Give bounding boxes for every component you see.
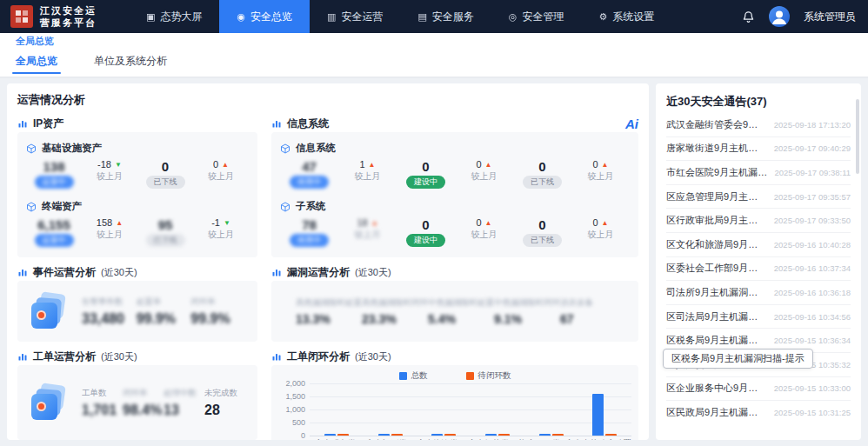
bar-chart-icon	[17, 351, 28, 362]
y-tick-label: 500	[292, 419, 305, 427]
announcement-item[interactable]: 区行政审批局9月主机漏洞扫描和WEB...2025-09-17 09:33:50	[666, 209, 851, 233]
info-systems-card: 信息系统47使用中1▲较上月0建设中0▲较上月0已下线0▲较上月子系统78使用中…	[271, 132, 638, 257]
breadcrumb[interactable]: 全局总览	[16, 35, 54, 48]
nav-item-态势大屏[interactable]: ▣态势大屏	[129, 0, 219, 33]
tab-单位及系统分析[interactable]: 单位及系统分析	[90, 49, 170, 77]
ai-logo[interactable]: Ai	[625, 116, 638, 131]
stat-sub-label: 较上月	[355, 172, 381, 181]
stat-sub-label: 较上月	[208, 230, 234, 239]
main-nav: ▣态势大屏◉安全总览▥安全运营▤安全服务◎安全管理⚙系统设置	[129, 0, 671, 33]
card-title: 信息系统	[287, 116, 329, 131]
arrow-down-icon: ▼	[224, 220, 230, 227]
arrow-up-icon: ▲	[485, 162, 492, 169]
ticket-loop-chart: 总数待闭环数 05001,0001,5002,000 安全服务类安全评测类安全咨…	[271, 365, 638, 440]
announcement-item[interactable]: 区企业服务中心9月主机漏洞扫描-提示2025-09-15 10:33:00	[666, 377, 851, 402]
announcement-item[interactable]: 区民政局9月主机漏洞扫描-提示2025-09-15 10:31:25	[666, 401, 851, 425]
nav-item-安全管理[interactable]: ◎安全管理	[491, 0, 582, 33]
stat-value: 28	[204, 403, 245, 417]
announcements-panel: 近30天安全通告(37) 武汉金融街管委会9月主机漏洞扫描-提示2025-09-…	[656, 83, 861, 440]
stat-value: 0	[422, 160, 429, 173]
asset-row-title: 基础设施资产	[26, 142, 249, 155]
stat-change-col: 18▲较上月	[338, 218, 397, 239]
breadcrumb-bar: 全局总览	[0, 33, 868, 49]
announcement-title: 区行政审批局9月主机漏洞扫描和WEB...	[666, 214, 767, 227]
stat-change: 0▲	[592, 160, 608, 170]
tabs-bar: 全局总览单位及系统分析	[0, 49, 868, 77]
asset-block-信息系统: 信息系统47使用中1▲较上月0建设中0▲较上月0已下线0▲较上月	[280, 136, 630, 194]
x-tick-label: 安全服务类	[310, 438, 361, 440]
stat-col: 闭环率98.4%	[123, 388, 164, 417]
announcement-item[interactable]: 区应急管理局9月主机漏洞扫描-提示2025-09-17 09:35:57	[666, 185, 851, 210]
nav-item-安全总览[interactable]: ◉安全总览	[219, 0, 310, 33]
arrow-up-icon: ▲	[485, 220, 492, 227]
bar-chart-icon	[17, 267, 28, 277]
legend-item[interactable]: 待闭环数	[466, 370, 511, 382]
card-period: (近30天)	[355, 266, 391, 279]
announcement-item[interactable]: 区文化和旅游局9月主机漏洞扫描和WE...2025-09-16 10:40:28	[666, 233, 851, 257]
bell-icon[interactable]	[742, 10, 755, 23]
announcement-item[interactable]: 区司法局9月主机漏洞扫描-提示2025-09-16 10:34:56	[666, 305, 851, 330]
panel-scrollbar-thumb[interactable]	[856, 99, 859, 174]
bar-总数	[431, 434, 443, 436]
legend-item[interactable]: 总数	[399, 370, 428, 382]
content: 运营情况分析 IP资产 基础设施资产138运营中-18▼较上月0已下线0▲较上月…	[0, 77, 868, 446]
stat-value: 47	[302, 160, 317, 173]
stat-col: 工单数1,701	[82, 388, 123, 417]
stat-value: 13.3%	[296, 313, 362, 325]
x-tick-label: 资产管理类	[514, 438, 565, 440]
announcement-title: 区文化和旅游局9月主机漏洞扫描和WE...	[666, 238, 767, 251]
stat-label: 涉及设备	[560, 297, 626, 309]
announcement-item[interactable]: 唐家墩街道9月主机漏洞扫描-提示2025-09-17 09:40:29	[666, 137, 851, 162]
nav-item-安全运营[interactable]: ▥安全运营	[310, 0, 400, 33]
stat-label: 处置率	[137, 296, 191, 308]
bar-group	[417, 383, 471, 436]
user-avatar[interactable]	[769, 6, 790, 27]
stat-badge-col: 0已下线	[137, 160, 193, 189]
stat-value: 138	[43, 160, 64, 173]
user-name[interactable]: 系统管理员	[804, 10, 856, 24]
nav-item-安全服务[interactable]: ▤安全服务	[400, 0, 491, 33]
announcement-item[interactable]: 区委社会工作部9月主机漏洞扫描-提示2025-09-16 10:37:34	[666, 257, 851, 282]
stat-sub-label: 较上月	[208, 172, 234, 181]
card-period: (近30天)	[101, 350, 137, 363]
stat-sub-label: 较上月	[97, 230, 123, 239]
x-tick-label: 安全咨询类	[412, 438, 464, 440]
stat-value: 0	[162, 160, 169, 173]
tooltip: 区税务局9月主机漏洞扫描-提示	[663, 349, 813, 369]
announcement-time: 2025-09-18 17:13:20	[774, 120, 851, 130]
stat-sub-label: 较上月	[471, 172, 497, 181]
stat-change-col: 0▲较上月	[455, 218, 513, 239]
nav-item-系统设置[interactable]: ⚙系统设置	[581, 0, 671, 33]
stat-col: 闭环率99.9%	[190, 296, 245, 326]
nav-label: 安全管理	[522, 10, 564, 24]
ticket-analysis-section: 工单运营分析 (近30天) 工单数1,701闭环率98.4%处理中数13未完成数…	[17, 348, 257, 440]
stat-value: 33,480	[82, 312, 137, 326]
tab-全局总览[interactable]: 全局总览	[12, 49, 61, 77]
settings-icon: ⚙	[598, 11, 607, 23]
stat-badge-col: 0已下线	[513, 218, 571, 247]
stat-badge-col: 0建设中	[397, 160, 455, 189]
announcement-item[interactable]: 司法所9月主机漏洞扫描-提示2025-09-16 10:36:18	[666, 281, 851, 305]
announcement-time: 2025-09-17 09:40:29	[774, 143, 851, 153]
stat-value: 78	[302, 218, 317, 231]
bar-待闭环数	[391, 434, 403, 436]
announcement-item[interactable]: 武汉金融街管委会9月主机漏洞扫描-提示2025-09-18 17:13:20	[666, 113, 851, 137]
stat-badge-col: 6,155运营中	[26, 218, 82, 247]
top-bar: 江汉安全运 营服务平台 ▣态势大屏◉安全总览▥安全运营▤安全服务◎安全管理⚙系统…	[0, 0, 868, 33]
announcement-item[interactable]: 市红会医院9月主机漏洞扫描-提示2025-09-17 09:38:11	[666, 161, 851, 185]
y-tick-label: 1,500	[285, 393, 305, 401]
stat-label: 闭环率	[123, 388, 164, 399]
stat-col: 高危漏洞限时处置率13.3%	[296, 297, 362, 325]
stat-label: 处理中数	[164, 388, 204, 399]
arrow-up-icon: ▲	[222, 162, 229, 169]
arrow-down-icon: ▼	[115, 162, 122, 169]
chart-area: 05001,0001,5002,000	[278, 383, 631, 436]
bar-总数	[378, 434, 390, 436]
stat-value: 95	[158, 218, 173, 231]
nav-label: 态势大屏	[160, 10, 202, 24]
vuln-analysis-card: 高危漏洞限时处置率13.3%高危漏洞限时闭环率23.3%中危漏洞限时处置率5.4…	[271, 281, 638, 342]
announcement-time: 2025-09-15 10:33:00	[774, 383, 851, 393]
arrow-up-icon: ▲	[369, 162, 376, 169]
announcement-title: 市红会医院9月主机漏洞扫描-提示	[666, 166, 767, 179]
status-badge: 运营中	[35, 176, 74, 189]
